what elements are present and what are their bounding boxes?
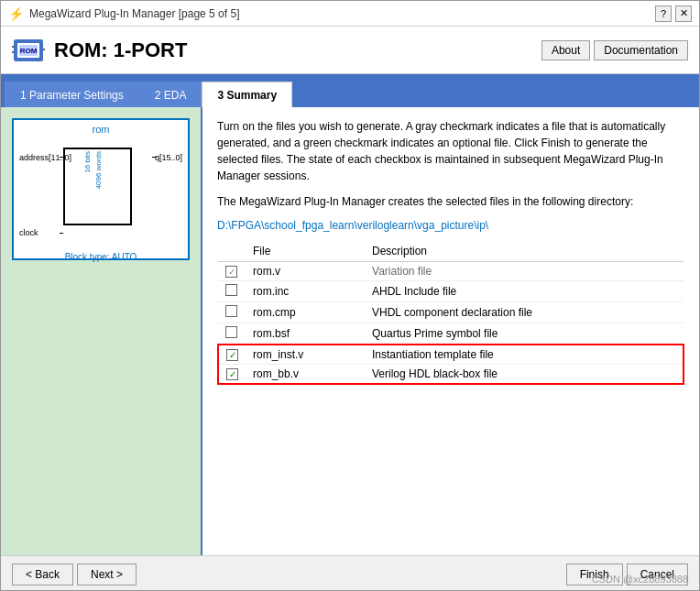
col-file-label: File — [246, 241, 365, 262]
left-panel: rom 16 bits 4096 words address[11..0] cl… — [1, 107, 202, 555]
page-title: ROM: 1-PORT — [54, 38, 187, 62]
file-checkbox[interactable]: ✓ — [225, 266, 237, 278]
svg-text:ROM: ROM — [20, 47, 38, 55]
checkbox-cell[interactable] — [218, 281, 246, 302]
checkbox-cell[interactable] — [218, 302, 246, 323]
tabs-bar: 1 Parameter Settings 2 EDA 3 Summary — [1, 74, 699, 107]
file-table: File Description ✓rom.vVariation filerom… — [217, 241, 684, 385]
description-cell: Variation file — [365, 262, 684, 281]
table-row: ✓rom_bb.vVerilog HDL black-box file — [218, 365, 684, 385]
close-button[interactable]: ✕ — [675, 5, 692, 22]
file-checkbox[interactable] — [225, 305, 237, 317]
checkbox-cell[interactable]: ✓ — [218, 365, 246, 385]
filename-cell: rom.v — [246, 262, 365, 281]
file-checkbox[interactable]: ✓ — [226, 349, 238, 361]
schematic-inner: 16 bits 4096 words address[11..0] clock … — [17, 138, 184, 248]
tab-parameter-settings[interactable]: 1 Parameter Settings — [5, 82, 139, 107]
back-button[interactable]: < Back — [12, 564, 73, 586]
pin-address-label: address[11..0] — [19, 153, 71, 162]
table-row: rom.bsfQuartus Prime symbol file — [218, 323, 684, 345]
filename-cell: rom_bb.v — [246, 365, 365, 385]
schematic-title: rom — [17, 124, 184, 135]
pin-clock-label: clock — [19, 228, 38, 237]
wire-left-top — [60, 157, 63, 158]
block-type-label: Block type: AUTO — [17, 252, 184, 262]
directory-line: D:\FPGA\school_fpga_learn\veriloglearn\v… — [217, 219, 684, 232]
description-cell: Quartus Prime symbol file — [365, 323, 684, 345]
filename-cell: rom_inst.v — [246, 345, 365, 365]
table-row: ✓rom.vVariation file — [218, 262, 684, 281]
description-cell: AHDL Include file — [365, 281, 684, 302]
checkbox-cell[interactable]: ✓ — [218, 345, 246, 365]
pin-q-label: q[15..0] — [155, 153, 182, 162]
next-button[interactable]: Next > — [77, 564, 137, 586]
header-title: ROM ROM: 1-PORT — [12, 34, 187, 67]
description-para2: The MegaWizard Plug-In Manager creates t… — [217, 193, 684, 210]
col-file-header — [218, 241, 246, 262]
col-desc-label: Description — [365, 241, 684, 262]
bottom-nav-buttons: < Back Next > — [12, 564, 137, 586]
filename-cell: rom.inc — [246, 281, 365, 302]
wire-right — [152, 157, 157, 158]
title-bar: ⚡ MegaWizard Plug-In Manager [page 5 of … — [1, 1, 699, 27]
table-row: ✓rom_inst.vInstantiation template file — [218, 345, 684, 365]
title-bar-controls: ? ✕ — [655, 5, 692, 22]
file-checkbox[interactable] — [225, 326, 237, 338]
header-buttons: About Documentation — [541, 40, 688, 60]
rom-icon: ROM — [12, 34, 45, 67]
wire-left-bottom — [60, 233, 63, 234]
description-cell: Verilog HDL black-box file — [365, 365, 684, 385]
title-bar-left: ⚡ MegaWizard Plug-In Manager [page 5 of … — [8, 6, 239, 21]
tab-summary[interactable]: 3 Summary — [202, 82, 292, 107]
table-row: rom.incAHDL Include file — [218, 281, 684, 302]
checkbox-cell[interactable] — [218, 323, 246, 345]
title-bar-icon: ⚡ — [8, 6, 24, 21]
chip-bits-label: 16 bits — [83, 151, 92, 173]
file-checkbox[interactable] — [225, 284, 237, 296]
bottom-bar: < Back Next > Finish Cancel CSDN @xc2889… — [1, 555, 699, 591]
watermark: CSDN @xc28893888 — [592, 574, 688, 585]
checkbox-cell[interactable]: ✓ — [218, 262, 246, 281]
chip-words-label: 4096 words — [94, 151, 103, 189]
directory-path: D:\FPGA\school_fpga_learn\veriloglearn\v… — [217, 219, 488, 232]
main-content: rom 16 bits 4096 words address[11..0] cl… — [1, 107, 699, 555]
description-cell: Instantiation template file — [365, 345, 684, 365]
file-checkbox[interactable]: ✓ — [226, 368, 238, 380]
description-para1: Turn on the files you wish to generate. … — [217, 118, 684, 184]
about-button[interactable]: About — [541, 40, 590, 60]
help-button[interactable]: ? — [655, 5, 672, 22]
filename-cell: rom.cmp — [246, 302, 365, 323]
schematic-box: rom 16 bits 4096 words address[11..0] cl… — [12, 118, 190, 260]
documentation-button[interactable]: Documentation — [594, 40, 688, 60]
tab-eda[interactable]: 2 EDA — [139, 82, 202, 107]
title-bar-title: MegaWizard Plug-In Manager [page 5 of 5] — [29, 7, 239, 20]
right-panel: Turn on the files you wish to generate. … — [202, 107, 699, 555]
table-row: rom.cmpVHDL component declaration file — [218, 302, 684, 323]
header: ROM ROM: 1-PORT About Documentation — [1, 27, 699, 74]
description-cell: VHDL component declaration file — [365, 302, 684, 323]
filename-cell: rom.bsf — [246, 323, 365, 345]
